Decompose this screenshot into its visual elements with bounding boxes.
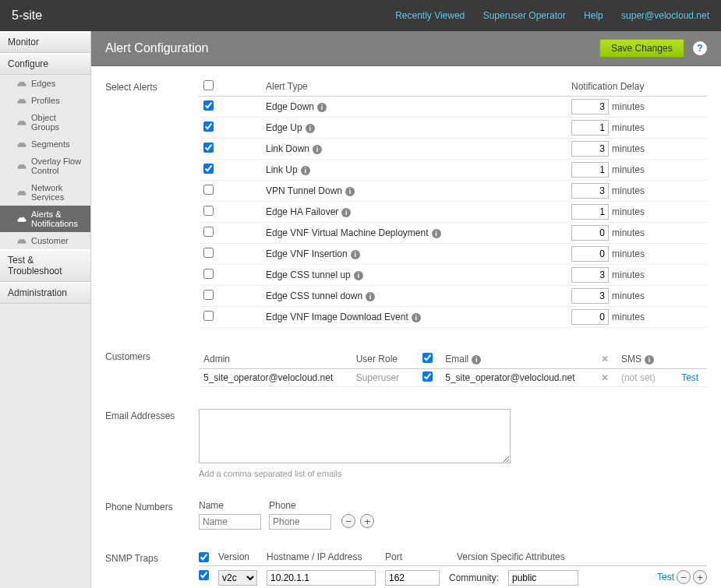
info-icon: i [472, 355, 481, 364]
snmp-label: SNMP Traps [105, 551, 199, 586]
alert-checkbox[interactable] [203, 100, 214, 111]
snmp-remove-button[interactable]: − [677, 570, 691, 584]
alert-delay-input[interactable] [571, 183, 609, 199]
sidebar-item[interactable]: Overlay Flow Control [0, 153, 90, 179]
snmp-host-input[interactable] [267, 570, 376, 586]
save-button[interactable]: Save Changes [599, 39, 684, 58]
phone-name-input[interactable] [199, 514, 261, 530]
emails-textarea[interactable] [199, 409, 511, 463]
alert-checkbox[interactable] [203, 185, 214, 195]
sidebar-item-label: Edges [31, 79, 55, 88]
alert-checkbox[interactable] [203, 248, 214, 258]
sidebar-item-label: Profiles [31, 96, 60, 105]
alert-delay-input[interactable] [571, 204, 609, 220]
delay-unit: minutes [612, 185, 645, 196]
cloud-icon [17, 188, 31, 197]
alert-checkbox[interactable] [203, 206, 214, 216]
user-link[interactable]: super@velocloud.net [621, 10, 709, 21]
alert-delay-input[interactable] [571, 162, 609, 178]
help-link[interactable]: Help [584, 10, 603, 21]
snmp-all-checkbox[interactable] [199, 552, 209, 562]
sidebar: Monitor Configure EdgesProfilesObject Gr… [0, 31, 91, 588]
cloud-icon [17, 79, 31, 88]
cloud-icon [17, 139, 31, 149]
cloud-icon [17, 161, 31, 171]
page-header: Alert Configuration Save Changes ? [91, 31, 721, 66]
info-icon: i [313, 145, 322, 154]
sidebar-item[interactable]: Segments [0, 136, 90, 153]
sidebar-item[interactable]: Object Groups [0, 109, 90, 136]
alert-delay-input[interactable] [571, 267, 609, 283]
alert-checkbox[interactable] [203, 311, 214, 321]
sidebar-item[interactable]: Profiles [0, 92, 90, 109]
alert-delay-input[interactable] [571, 309, 609, 325]
remove-icon[interactable]: ✕ [598, 372, 612, 383]
role-link[interactable]: Superuser Operator [483, 10, 566, 21]
alert-row: Edge CSS tunnel upiminutes [199, 265, 707, 286]
alert-checkbox[interactable] [203, 269, 214, 279]
alert-type-label: VPN Tunnel Down [266, 185, 342, 196]
alert-delay-input[interactable] [571, 288, 609, 304]
snmp-test-link[interactable]: Test [657, 572, 674, 583]
snmp-port-input[interactable] [385, 570, 440, 586]
phone-remove-button[interactable]: − [341, 514, 355, 528]
snmp-add-button[interactable]: + [693, 570, 707, 584]
sidebar-item[interactable]: Customer [0, 232, 90, 249]
snmp-col-port: Port [385, 551, 447, 562]
customer-test-link[interactable]: Test [681, 372, 698, 383]
alert-type-label: Edge HA Failover [266, 206, 338, 217]
alert-checkbox[interactable] [203, 121, 214, 132]
customer-email-checkbox[interactable] [422, 371, 433, 382]
snmp-row-checkbox[interactable] [199, 570, 209, 580]
sidebar-item[interactable]: Alerts & Notifications [0, 206, 90, 232]
phone-add-button[interactable]: + [360, 514, 374, 528]
customer-email: 5_site_operator@velocloud.net [440, 369, 593, 387]
email-all-checkbox[interactable] [422, 353, 433, 363]
remove-all-icon[interactable]: ✕ [598, 354, 612, 364]
topbar: 5-site Recently Viewed Superuser Operato… [0, 0, 721, 31]
sidebar-test[interactable]: Test & Troubleshoot [0, 249, 90, 282]
alert-checkbox[interactable] [203, 143, 214, 153]
alert-delay-input[interactable] [571, 246, 609, 262]
sidebar-admin[interactable]: Administration [0, 282, 90, 304]
alert-type-label: Edge Up [266, 122, 302, 133]
col-admin: Admin [199, 350, 352, 369]
recently-viewed-link[interactable]: Recently Viewed [395, 10, 465, 21]
phone-phone-input[interactable] [269, 514, 331, 530]
snmp-col-attrs: Version Specific Attributes [457, 551, 707, 562]
alert-type-label: Edge VNF Insertion [266, 248, 348, 259]
customer-role: Superuser [352, 369, 419, 387]
help-icon[interactable]: ? [693, 41, 707, 55]
alert-row: Edge VNF Virtual Machine Deploymentiminu… [199, 223, 707, 244]
main: Alert Configuration Save Changes ? Selec… [91, 31, 721, 588]
delay-unit: minutes [612, 143, 645, 154]
alert-checkbox[interactable] [203, 164, 214, 174]
sidebar-item[interactable]: Network Services [0, 179, 90, 206]
alert-delay-input[interactable] [571, 99, 609, 114]
alert-delay-input[interactable] [571, 120, 609, 136]
alert-checkbox[interactable] [203, 227, 214, 237]
alert-row: Link Downiminutes [199, 139, 707, 160]
sidebar-monitor[interactable]: Monitor [0, 31, 90, 53]
sidebar-item-label: Network Services [31, 183, 84, 202]
alert-row: Edge VNF Insertioniminutes [199, 244, 707, 265]
alert-delay-input[interactable] [571, 225, 609, 241]
sidebar-item[interactable]: Edges [0, 75, 90, 92]
alert-type-label: Edge VNF Image Download Event [266, 312, 408, 322]
alert-type-label: Edge CSS tunnel down [266, 290, 362, 301]
cloud-icon [17, 236, 31, 245]
delay-unit: minutes [612, 164, 645, 175]
sidebar-item-label: Customer [31, 236, 69, 245]
alert-delay-input[interactable] [571, 141, 609, 157]
alert-checkbox[interactable] [203, 290, 214, 300]
snmp-community-input[interactable] [508, 570, 578, 586]
snmp-version-select[interactable]: v2c [218, 570, 257, 586]
col-notif-delay: Notification Delay [567, 77, 707, 97]
delay-unit: minutes [612, 312, 645, 322]
alerts-select-all[interactable] [203, 80, 214, 90]
alert-type-label: Edge VNF Virtual Machine Deployment [266, 227, 429, 238]
emails-label: Email Addresses [105, 409, 199, 478]
sidebar-item-label: Overlay Flow Control [31, 157, 84, 175]
delay-unit: minutes [612, 122, 645, 133]
sidebar-configure[interactable]: Configure [0, 53, 90, 75]
